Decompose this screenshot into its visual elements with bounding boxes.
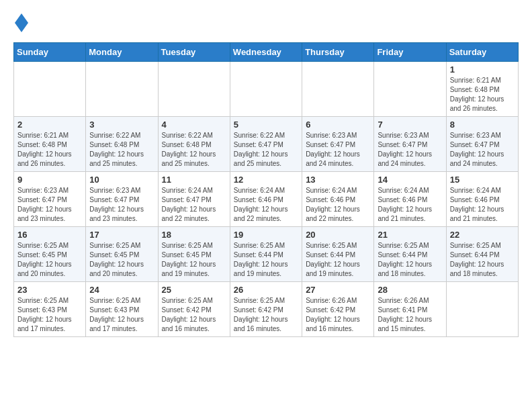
day-number: 6: [306, 120, 370, 130]
day-number: 5: [234, 120, 298, 130]
day-info: Sunrise: 6:23 AM Sunset: 6:47 PM Dayligh…: [378, 131, 442, 169]
calendar-cell: [230, 62, 302, 117]
day-number: 2: [17, 120, 82, 130]
day-info: Sunrise: 6:25 AM Sunset: 6:44 PM Dayligh…: [234, 241, 298, 279]
calendar-cell: 27Sunrise: 6:26 AM Sunset: 6:42 PM Dayli…: [302, 282, 374, 337]
day-info: Sunrise: 6:21 AM Sunset: 6:48 PM Dayligh…: [450, 76, 515, 113]
calendar-cell: 13Sunrise: 6:24 AM Sunset: 6:46 PM Dayli…: [302, 172, 374, 227]
calendar-cell: 26Sunrise: 6:25 AM Sunset: 6:42 PM Dayli…: [230, 282, 302, 337]
day-info: Sunrise: 6:26 AM Sunset: 6:41 PM Dayligh…: [378, 296, 442, 334]
day-info: Sunrise: 6:24 AM Sunset: 6:47 PM Dayligh…: [162, 186, 226, 224]
day-info: Sunrise: 6:23 AM Sunset: 6:47 PM Dayligh…: [17, 186, 82, 224]
day-number: 3: [89, 120, 154, 130]
calendar-cell: 2Sunrise: 6:21 AM Sunset: 6:48 PM Daylig…: [14, 117, 86, 172]
day-number: 23: [17, 285, 82, 295]
day-number: 24: [89, 285, 154, 295]
calendar-cell: 10Sunrise: 6:23 AM Sunset: 6:47 PM Dayli…: [86, 172, 158, 227]
day-number: 27: [306, 285, 370, 295]
calendar-cell: 20Sunrise: 6:25 AM Sunset: 6:44 PM Dayli…: [302, 227, 374, 282]
calendar-cell: 16Sunrise: 6:25 AM Sunset: 6:45 PM Dayli…: [14, 227, 86, 282]
day-info: Sunrise: 6:25 AM Sunset: 6:45 PM Dayligh…: [162, 241, 226, 279]
day-info: Sunrise: 6:22 AM Sunset: 6:47 PM Dayligh…: [234, 131, 298, 169]
day-info: Sunrise: 6:25 AM Sunset: 6:44 PM Dayligh…: [450, 241, 515, 279]
calendar-cell: 4Sunrise: 6:22 AM Sunset: 6:48 PM Daylig…: [158, 117, 230, 172]
day-number: 22: [450, 230, 515, 240]
weekday-header-wednesday: Wednesday: [230, 43, 302, 62]
weekday-header-row: SundayMondayTuesdayWednesdayThursdayFrid…: [14, 43, 519, 62]
day-info: Sunrise: 6:22 AM Sunset: 6:48 PM Dayligh…: [162, 131, 226, 169]
calendar-week-5: 23Sunrise: 6:25 AM Sunset: 6:43 PM Dayli…: [14, 282, 519, 337]
day-number: 13: [306, 175, 370, 185]
day-info: Sunrise: 6:25 AM Sunset: 6:44 PM Dayligh…: [306, 241, 370, 279]
calendar-cell: 14Sunrise: 6:24 AM Sunset: 6:46 PM Dayli…: [374, 172, 446, 227]
calendar-week-3: 9Sunrise: 6:23 AM Sunset: 6:47 PM Daylig…: [14, 172, 519, 227]
day-number: 16: [17, 230, 82, 240]
calendar-cell: [158, 62, 230, 117]
calendar-cell: 5Sunrise: 6:22 AM Sunset: 6:47 PM Daylig…: [230, 117, 302, 172]
day-number: 10: [89, 175, 154, 185]
day-info: Sunrise: 6:25 AM Sunset: 6:45 PM Dayligh…: [17, 241, 82, 279]
svg-marker-0: [15, 13, 28, 32]
day-number: 8: [450, 120, 515, 130]
day-number: 7: [378, 120, 442, 130]
day-info: Sunrise: 6:24 AM Sunset: 6:46 PM Dayligh…: [234, 186, 298, 224]
calendar-cell: 11Sunrise: 6:24 AM Sunset: 6:47 PM Dayli…: [158, 172, 230, 227]
day-number: 26: [234, 285, 298, 295]
calendar-cell: 25Sunrise: 6:25 AM Sunset: 6:42 PM Dayli…: [158, 282, 230, 337]
calendar-cell: 28Sunrise: 6:26 AM Sunset: 6:41 PM Dayli…: [374, 282, 446, 337]
day-number: 4: [162, 120, 226, 130]
calendar-cell: 9Sunrise: 6:23 AM Sunset: 6:47 PM Daylig…: [14, 172, 86, 227]
day-number: 11: [162, 175, 226, 185]
calendar-cell: 1Sunrise: 6:21 AM Sunset: 6:48 PM Daylig…: [446, 62, 518, 117]
calendar-week-4: 16Sunrise: 6:25 AM Sunset: 6:45 PM Dayli…: [14, 227, 519, 282]
day-info: Sunrise: 6:24 AM Sunset: 6:46 PM Dayligh…: [450, 186, 515, 224]
day-info: Sunrise: 6:22 AM Sunset: 6:48 PM Dayligh…: [89, 131, 154, 169]
weekday-header-tuesday: Tuesday: [158, 43, 230, 62]
day-number: 19: [234, 230, 298, 240]
calendar-cell: 8Sunrise: 6:23 AM Sunset: 6:47 PM Daylig…: [446, 117, 518, 172]
day-info: Sunrise: 6:25 AM Sunset: 6:45 PM Dayligh…: [89, 241, 154, 279]
calendar-week-2: 2Sunrise: 6:21 AM Sunset: 6:48 PM Daylig…: [14, 117, 519, 172]
day-info: Sunrise: 6:25 AM Sunset: 6:42 PM Dayligh…: [162, 296, 226, 334]
day-number: 9: [17, 175, 82, 185]
day-info: Sunrise: 6:21 AM Sunset: 6:48 PM Dayligh…: [17, 131, 82, 169]
calendar-cell: 21Sunrise: 6:25 AM Sunset: 6:44 PM Dayli…: [374, 227, 446, 282]
calendar-cell: [302, 62, 374, 117]
calendar-cell: 23Sunrise: 6:25 AM Sunset: 6:43 PM Dayli…: [14, 282, 86, 337]
calendar-cell: 22Sunrise: 6:25 AM Sunset: 6:44 PM Dayli…: [446, 227, 518, 282]
calendar-cell: [446, 282, 518, 337]
day-info: Sunrise: 6:23 AM Sunset: 6:47 PM Dayligh…: [450, 131, 515, 169]
day-number: 15: [450, 175, 515, 185]
weekday-header-sunday: Sunday: [14, 43, 86, 62]
calendar-cell: 6Sunrise: 6:23 AM Sunset: 6:47 PM Daylig…: [302, 117, 374, 172]
page-header: [13, 13, 519, 36]
day-number: 17: [89, 230, 154, 240]
calendar-cell: [374, 62, 446, 117]
day-info: Sunrise: 6:24 AM Sunset: 6:46 PM Dayligh…: [306, 186, 370, 224]
day-number: 20: [306, 230, 370, 240]
weekday-header-friday: Friday: [374, 43, 446, 62]
calendar-cell: 18Sunrise: 6:25 AM Sunset: 6:45 PM Dayli…: [158, 227, 230, 282]
calendar-cell: [14, 62, 86, 117]
day-number: 12: [234, 175, 298, 185]
day-number: 1: [450, 64, 515, 75]
weekday-header-saturday: Saturday: [446, 43, 518, 62]
logo: [13, 13, 28, 36]
calendar-table: SundayMondayTuesdayWednesdayThursdayFrid…: [13, 42, 519, 337]
calendar-cell: 12Sunrise: 6:24 AM Sunset: 6:46 PM Dayli…: [230, 172, 302, 227]
day-info: Sunrise: 6:25 AM Sunset: 6:43 PM Dayligh…: [17, 296, 82, 334]
day-info: Sunrise: 6:24 AM Sunset: 6:46 PM Dayligh…: [378, 186, 442, 224]
calendar-cell: [86, 62, 158, 117]
day-info: Sunrise: 6:25 AM Sunset: 6:43 PM Dayligh…: [89, 296, 154, 334]
calendar-cell: 7Sunrise: 6:23 AM Sunset: 6:47 PM Daylig…: [374, 117, 446, 172]
day-number: 25: [162, 285, 226, 295]
calendar-cell: 19Sunrise: 6:25 AM Sunset: 6:44 PM Dayli…: [230, 227, 302, 282]
calendar-cell: 24Sunrise: 6:25 AM Sunset: 6:43 PM Dayli…: [86, 282, 158, 337]
calendar-cell: 15Sunrise: 6:24 AM Sunset: 6:46 PM Dayli…: [446, 172, 518, 227]
calendar-body: 1Sunrise: 6:21 AM Sunset: 6:48 PM Daylig…: [14, 62, 519, 337]
day-number: 21: [378, 230, 442, 240]
day-info: Sunrise: 6:23 AM Sunset: 6:47 PM Dayligh…: [89, 186, 154, 224]
weekday-header-thursday: Thursday: [302, 43, 374, 62]
day-number: 14: [378, 175, 442, 185]
day-number: 28: [378, 285, 442, 295]
